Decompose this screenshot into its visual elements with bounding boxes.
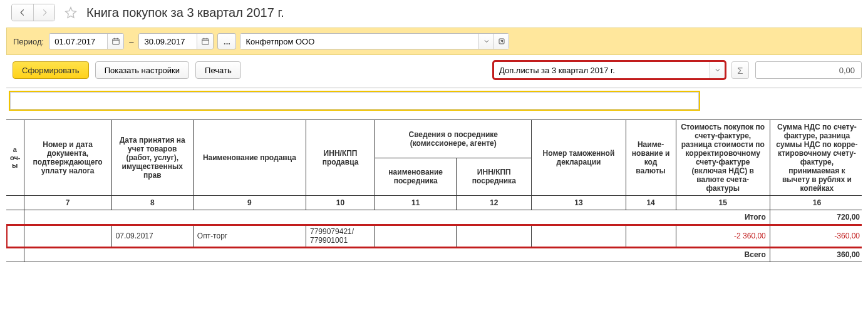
itogo-label: Итого [24,210,770,225]
calendar-icon [201,37,210,46]
report-title-band [10,92,699,110]
cell-c15: -2 360,00 [676,225,770,248]
header-c13: Номер таможенной декларации [532,120,626,196]
colnum-12: 12 [457,196,532,210]
chevron-down-icon [483,38,490,45]
date-separator: – [128,37,135,46]
date-from-wrapper [49,33,124,49]
header-c9: Наименование продавца [193,120,306,196]
colnum-16: 16 [770,196,862,210]
star-icon [65,6,77,19]
cell-c16: -360,00 [770,225,862,248]
filter-bar: Период: – ... [6,28,862,55]
header-c15: Стоимость покупок по счету-фактуре, разн… [676,120,770,196]
page-title: Книга покупок за 3 квартал 2017 г. [86,6,284,20]
show-settings-button[interactable]: Показать настройки [95,61,189,79]
table-row[interactable]: 07.09.2017 Опт-торг 7799079421/ 77990100… [6,225,862,248]
sum-toggle-button[interactable]: Σ [731,61,749,79]
svg-rect-1 [202,39,209,44]
arrow-left-icon [18,8,27,17]
table-header-row: а оч- ы Номер и дата документа, подтверж… [6,120,862,158]
action-bar: Сформировать Показать настройки Печать Σ… [0,55,868,84]
header-c11: наименование посредника [375,158,457,196]
header-c8: Дата принятия на учет товаров (работ, ус… [111,120,193,196]
cell-c10: 7799079421/ 779901001 [306,225,375,248]
vsego-value: 360,00 [770,248,862,262]
date-from-input[interactable] [49,34,107,49]
sum-display: 0,00 [755,61,862,79]
header-intermediary-group: Сведения о посреднике (комиссионере, аге… [375,120,532,158]
back-button[interactable] [12,4,33,21]
itogo-row: Итого 720,00 [6,210,862,225]
open-icon [498,38,505,45]
header-c12: ИНН/КПП посредника [457,158,532,196]
itogo-value: 720,00 [770,210,862,225]
cell-c12 [457,225,532,248]
extra-sheets-input[interactable] [494,62,710,78]
cell-c11 [375,225,457,248]
arrow-right-icon [40,8,49,17]
colnum-7: 7 [24,196,111,210]
cell-c9: Опт-торг [193,225,306,248]
extra-sheets-dropdown[interactable] [710,62,725,78]
colnum-9: 9 [193,196,306,210]
purchases-table: а оч- ы Номер и дата документа, подтверж… [6,120,862,262]
vsego-row: Всего 360,00 [6,248,862,262]
date-from-picker[interactable] [107,34,123,49]
period-select-button[interactable]: ... [217,33,236,49]
header-c16: Сумма НДС по счету-фактуре, разница сумм… [770,120,862,196]
colnum-13: 13 [532,196,626,210]
organization-input[interactable] [240,34,478,49]
print-button[interactable]: Печать [195,61,241,79]
date-to-wrapper [138,33,214,49]
chevron-down-icon [714,66,721,74]
column-number-row: 7 8 9 10 11 12 13 14 15 16 [6,196,862,210]
colnum-11: 11 [375,196,457,210]
favorite-toggle[interactable] [63,4,79,21]
cell-c14 [626,225,676,248]
header-c14: Наиме­нование и код валюты [626,120,676,196]
header-stub: а оч- ы [6,120,24,196]
generate-button[interactable]: Сформировать [13,61,89,79]
colnum-14: 14 [626,196,676,210]
vsego-label: Всего [24,248,770,262]
cell-c13 [532,225,626,248]
extra-sheets-combo [493,61,725,79]
period-label: Период: [13,37,44,46]
cell-c8: 07.09.2017 [111,225,193,248]
header-c10: ИНН/КПП продавца [306,120,375,196]
svg-rect-0 [112,39,119,44]
organization-open[interactable] [493,34,509,49]
header-c7: Номер и дата документа, подтвержда­ющего… [24,120,111,196]
organization-dropdown[interactable] [478,34,493,49]
colnum-8: 8 [111,196,193,210]
cell-c7 [24,225,111,248]
date-to-input[interactable] [139,34,197,49]
date-to-picker[interactable] [197,34,213,49]
report-area: а оч- ы Номер и дата документа, подтверж… [6,88,862,262]
colnum-10: 10 [306,196,375,210]
colnum-15: 15 [676,196,770,210]
organization-combo [240,33,509,49]
nav-button-group [11,4,55,21]
forward-button[interactable] [33,4,54,21]
calendar-icon [111,37,120,46]
